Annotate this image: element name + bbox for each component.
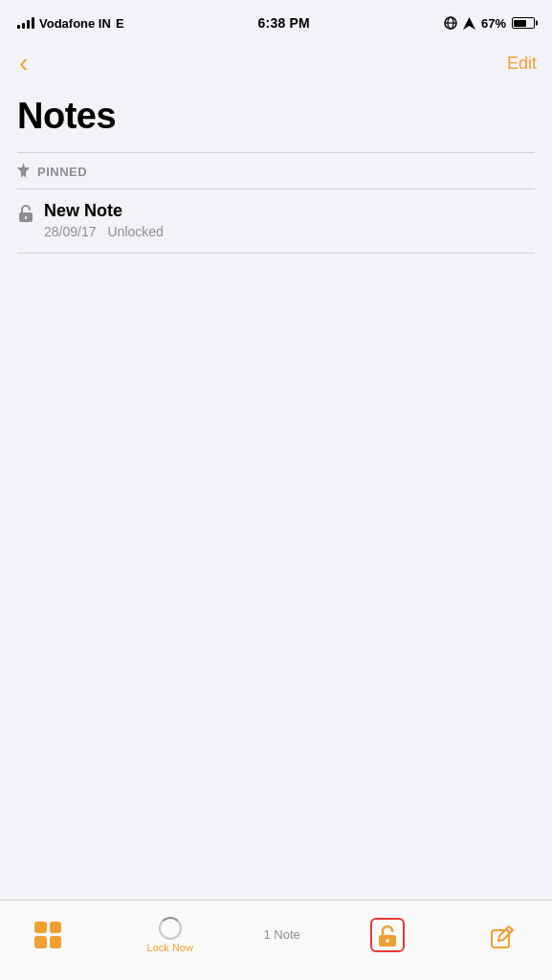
lock-now-border [370, 918, 405, 952]
pinned-section-header: PINNED [0, 153, 552, 189]
note-content: New Note 28/09/17 Unlocked [44, 201, 535, 239]
page-title: Notes [17, 96, 535, 137]
tab-compose[interactable] [475, 921, 533, 949]
tab-folders[interactable] [19, 922, 77, 948]
status-bar: Vodafone IN E 6:38 PM 67% [0, 0, 552, 42]
note-lock-icon [17, 201, 34, 228]
spinner-icon [159, 917, 182, 940]
svg-marker-3 [463, 17, 475, 30]
status-left: Vodafone IN E [17, 16, 124, 31]
nav-bar: ‹ Edit [0, 42, 552, 88]
lock-now-label: Lock Now [147, 942, 193, 953]
time-label: 6:38 PM [258, 15, 310, 31]
pin-icon [17, 163, 30, 181]
note-status: Unlocked [108, 224, 164, 239]
battery-icon [512, 17, 535, 29]
compose-icon [490, 921, 519, 949]
svg-rect-5 [25, 216, 27, 219]
tab-lock-now-area: Lock Now [147, 917, 193, 953]
tab-bar: Lock Now 1 Note [0, 900, 552, 980]
carrier-label: Vodafone IN [39, 16, 111, 31]
note-meta: 28/09/17 Unlocked [44, 224, 535, 239]
status-right: 67% [444, 16, 535, 31]
globe-icon [444, 16, 457, 30]
page-title-area: Notes [0, 88, 552, 152]
svg-rect-8 [492, 930, 509, 947]
note-title: New Note [44, 201, 535, 221]
content-area [0, 254, 552, 636]
note-count-label: 1 Note [263, 927, 299, 942]
svg-line-9 [506, 929, 510, 933]
lock-now-button[interactable] [370, 918, 405, 952]
signal-icon [17, 17, 34, 29]
network-type-label: E [116, 16, 124, 31]
location-icon [463, 17, 475, 30]
battery-percent-label: 67% [481, 16, 506, 31]
folders-icon [34, 922, 61, 948]
edit-button[interactable]: Edit [507, 54, 537, 74]
note-date: 28/09/17 [44, 224, 97, 239]
back-button[interactable]: ‹ [15, 46, 32, 80]
pinned-section-label: PINNED [37, 165, 87, 179]
note-list-item[interactable]: New Note 28/09/17 Unlocked [0, 189, 552, 253]
